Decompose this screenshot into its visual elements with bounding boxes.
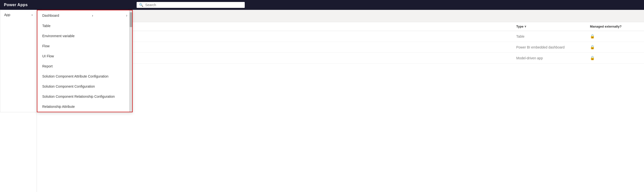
row-type: Model-driven app (516, 56, 590, 60)
scroll-indicator[interactable] (129, 10, 132, 112)
search-icon: 🔍 (139, 3, 143, 7)
menu-item-env-variable[interactable]: Environment variable (37, 31, 132, 41)
menu-item-arrow: › (92, 14, 93, 18)
search-input-wrap[interactable]: 🔍 (136, 2, 245, 8)
row-type: Table (516, 35, 590, 38)
col-type-header[interactable]: Type ∨ (516, 25, 590, 28)
menu-item-sol-comp-rel[interactable]: Solution Component Relationship Configur… (37, 92, 132, 102)
menu-item-ui-flow[interactable]: UI Flow (37, 51, 132, 61)
menu-item-label: Solution Component Attribute Configurati… (42, 74, 108, 78)
scroll-thumb (130, 12, 132, 27)
menu-item-label: UI Flow (42, 54, 54, 58)
menu-item-label: Flow (42, 44, 50, 48)
type-sort-icon: ∨ (524, 25, 526, 28)
menu-item-sol-comp-attr[interactable]: Solution Component Attribute Configurati… (37, 71, 132, 81)
menu-item-label: Relationship Attribute (42, 105, 75, 109)
app-menu-item[interactable]: App › (0, 10, 36, 20)
menu-item-label: Solution Component Configuration (42, 84, 95, 88)
lock-icon: 🔒 (590, 34, 639, 39)
row-type: Power BI embedded dashboard (516, 45, 590, 49)
menu-item-label: Solution Component Relationship Configur… (42, 95, 115, 98)
lock-icon: 🔒 (590, 45, 639, 50)
search-input[interactable] (145, 3, 242, 7)
menu-item-label: Environment variable (42, 34, 75, 38)
menu-item-table[interactable]: Table (37, 21, 132, 31)
app-menu-arrow: › (32, 13, 33, 17)
menu-item-report[interactable]: Report (37, 61, 132, 71)
dropdown-overlay: App › Dashboard › Table Environment vari… (0, 10, 133, 112)
app-menu: App › (0, 10, 37, 112)
lock-icon: 🔒 (590, 56, 639, 60)
menu-item-sol-comp-config[interactable]: Solution Component Configuration (37, 81, 132, 92)
menu-item-label: Report (42, 64, 52, 68)
menu-item-label: Table (42, 24, 50, 28)
app-menu-label: App (4, 13, 10, 17)
search-bar-container: 🔍 (133, 0, 644, 10)
menu-item-dashboard[interactable]: Dashboard › (37, 10, 132, 21)
app-title: Power Apps (4, 3, 28, 7)
menu-item-flow[interactable]: Flow (37, 41, 132, 51)
col-managed-header: Managed externally? (590, 25, 639, 28)
new-dropdown-panel: Dashboard › Table Environment variable F… (37, 10, 133, 112)
menu-item-label: Dashboard (42, 14, 59, 18)
top-bar: Power Apps 🔍 (0, 0, 644, 10)
menu-item-rel-attr[interactable]: Relationship Attribute (37, 102, 132, 112)
